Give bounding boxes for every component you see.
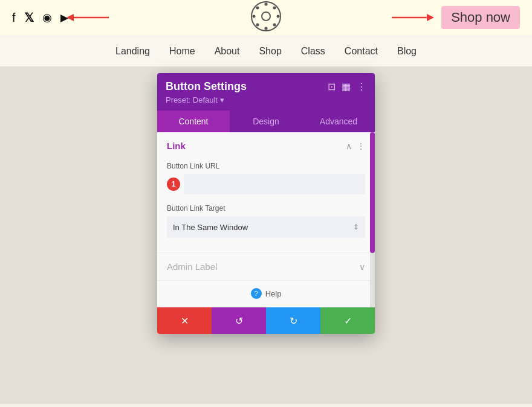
- save-button[interactable]: ✓: [320, 307, 375, 334]
- nav-about[interactable]: About: [215, 46, 240, 57]
- social-icons-group: f 𝕏 ◉ ▶: [12, 10, 68, 25]
- nav-shop[interactable]: Shop: [259, 46, 281, 57]
- svg-point-9: [273, 24, 276, 27]
- admin-section: Admin Label ∨: [157, 252, 375, 280]
- svg-point-3: [262, 12, 270, 21]
- logo-icon: [250, 1, 282, 32]
- help-link[interactable]: ? Help: [157, 288, 375, 299]
- undo-button[interactable]: ↺: [212, 307, 266, 334]
- link-section-title: Link: [167, 141, 186, 151]
- logo: [250, 1, 282, 34]
- cancel-button[interactable]: ✕: [157, 307, 212, 334]
- section-more-icon[interactable]: ⋮: [357, 141, 365, 151]
- shop-now-area: Shop now: [392, 6, 520, 29]
- collapse-icon[interactable]: ∧: [346, 141, 352, 151]
- navigation: Landing Home About Shop Class Contact Bl…: [0, 35, 532, 67]
- instagram-icon[interactable]: ◉: [42, 11, 52, 24]
- twitter-icon[interactable]: 𝕏: [24, 10, 34, 25]
- section-controls: ∧ ⋮: [346, 141, 365, 151]
- svg-point-4: [265, 3, 268, 6]
- fullscreen-icon[interactable]: ⊡: [328, 81, 336, 92]
- svg-point-10: [273, 7, 276, 10]
- panel-preset[interactable]: Preset: Default ▾: [166, 95, 366, 104]
- svg-point-2: [251, 2, 281, 31]
- nav-home[interactable]: Home: [169, 46, 195, 57]
- more-icon[interactable]: ⋮: [357, 81, 366, 92]
- target-select-wrapper: In The Same Window In A New Tab: [167, 216, 365, 238]
- panel-tabs: Content Design Advanced: [157, 111, 375, 132]
- target-label: Button Link Target: [167, 204, 365, 213]
- arrow-left-icon: [66, 11, 109, 24]
- svg-marker-1: [66, 14, 74, 21]
- page-content: Button Settings ⊡ ▦ ⋮ Preset: Default ▾ …: [0, 67, 532, 404]
- shop-now-button[interactable]: Shop now: [441, 6, 520, 29]
- target-field-group: Button Link Target In The Same Window In…: [157, 200, 375, 244]
- arrow-right-icon: [392, 11, 434, 24]
- svg-point-6: [253, 15, 256, 18]
- help-area: ? Help: [157, 280, 375, 307]
- header: f 𝕏 ◉ ▶ Shop now: [0, 0, 532, 35]
- panel-header: Button Settings ⊡ ▦ ⋮ Preset: Default ▾: [157, 73, 375, 111]
- panel-title: Button Settings: [166, 80, 247, 93]
- url-badge: 1: [167, 178, 180, 191]
- url-label: Button Link URL: [167, 162, 365, 170]
- help-text: Help: [265, 289, 282, 298]
- svg-point-8: [256, 7, 259, 10]
- scrollbar-track[interactable]: [370, 132, 375, 307]
- url-field-row: 1: [167, 174, 365, 194]
- facebook-icon[interactable]: f: [12, 11, 16, 25]
- nav-landing[interactable]: Landing: [115, 46, 150, 57]
- admin-label-text: Admin Label: [167, 261, 217, 272]
- redo-button[interactable]: ↻: [266, 307, 320, 334]
- tab-design[interactable]: Design: [230, 111, 302, 132]
- url-input[interactable]: [184, 174, 365, 194]
- tab-content[interactable]: Content: [157, 111, 230, 132]
- target-select[interactable]: In The Same Window In A New Tab: [167, 216, 365, 238]
- nav-class[interactable]: Class: [301, 46, 325, 57]
- nav-contact[interactable]: Contact: [345, 46, 378, 57]
- button-settings-panel: Button Settings ⊡ ▦ ⋮ Preset: Default ▾ …: [157, 73, 375, 334]
- svg-point-5: [265, 27, 268, 30]
- panel-body: Link ∧ ⋮ Button Link URL 1 Butt: [157, 132, 375, 307]
- layout-icon[interactable]: ▦: [342, 81, 351, 92]
- link-section-header: Link ∧ ⋮: [157, 132, 375, 158]
- svg-point-7: [277, 15, 280, 18]
- modal-overlay: Button Settings ⊡ ▦ ⋮ Preset: Default ▾ …: [0, 67, 532, 404]
- svg-marker-13: [427, 14, 434, 21]
- panel-header-icons: ⊡ ▦ ⋮: [328, 81, 366, 92]
- svg-point-11: [256, 24, 259, 27]
- url-field-group: Button Link URL 1: [157, 158, 375, 200]
- panel-footer: ✕ ↺ ↻ ✓: [157, 307, 375, 334]
- nav-blog[interactable]: Blog: [397, 46, 417, 57]
- tab-advanced[interactable]: Advanced: [302, 111, 375, 132]
- scrollbar-thumb[interactable]: [370, 132, 375, 253]
- admin-chevron-icon[interactable]: ∨: [359, 262, 365, 272]
- help-icon: ?: [251, 288, 262, 299]
